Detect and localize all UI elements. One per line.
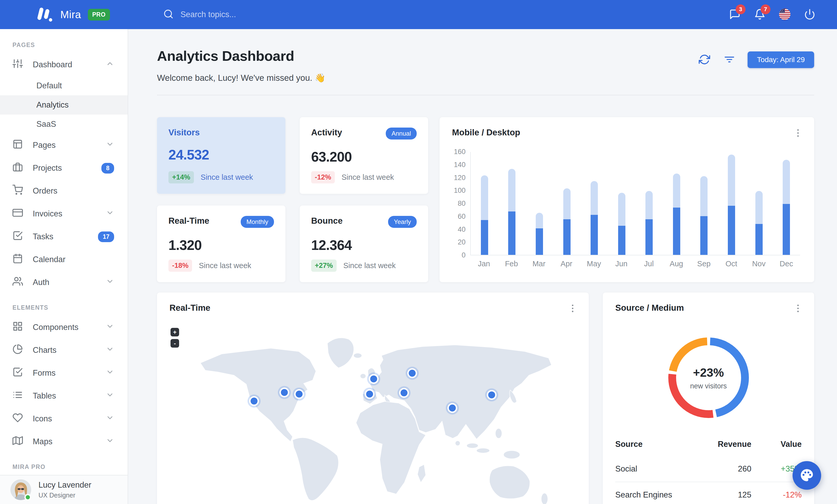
sidebar-item-label: Auth — [33, 278, 106, 287]
x-axis-label: Apr — [553, 260, 580, 268]
sidebar-item-components[interactable]: Components — [0, 316, 128, 339]
date-range-button[interactable]: Today: April 29 — [748, 52, 814, 68]
map-zoom-in-button[interactable]: + — [171, 328, 179, 336]
sidebar-item-label: Icons — [33, 414, 106, 424]
sidebar-item-tables[interactable]: Tables — [0, 385, 128, 407]
map-marker-california[interactable] — [247, 394, 261, 407]
mobile-segment — [508, 211, 515, 255]
sidebar-item-icons[interactable]: Icons — [0, 407, 128, 430]
sidebar-item-maps[interactable]: Maps — [0, 430, 128, 453]
chevron-down-icon — [106, 322, 114, 333]
map-marker-istanbul[interactable] — [397, 386, 410, 399]
donut-center-value: +23% — [693, 366, 724, 379]
sidebar-item-projects[interactable]: Projects8 — [0, 157, 128, 180]
chevron-down-icon — [106, 345, 114, 355]
brand[interactable]: Mira PRO — [36, 7, 110, 22]
more-vertical-icon — [793, 128, 803, 139]
x-axis-label: Nov — [745, 260, 773, 268]
bar-jul[interactable] — [645, 191, 653, 255]
stat-delta-badge: +14% — [168, 171, 194, 183]
mobile-segment — [481, 220, 488, 255]
x-axis-label: Jul — [635, 260, 663, 268]
bar-jun[interactable] — [618, 193, 625, 255]
x-axis-label: Mar — [526, 260, 553, 268]
sidebar-profile[interactable]: Lucy Lavender UX Designer — [0, 475, 128, 504]
map-marker-moscow[interactable] — [406, 367, 419, 379]
stat-card-header: ActivityAnnual — [311, 128, 417, 139]
shopping-cart-icon — [13, 185, 33, 197]
sidebar-item-pages[interactable]: Pages — [0, 134, 128, 157]
sidebar-item-auth[interactable]: Auth — [0, 271, 128, 294]
stat-card-header: Real-TimeMonthly — [168, 216, 274, 228]
mobile-segment — [728, 206, 735, 255]
refresh-button[interactable] — [698, 53, 711, 67]
bar-aug[interactable] — [673, 173, 680, 255]
stat-card-footer: -12%Since last week — [311, 171, 417, 183]
stat-card-value: 63.200 — [311, 149, 417, 165]
bar-feb[interactable] — [508, 169, 515, 255]
bar-mar[interactable] — [536, 213, 543, 255]
map-zoom-out-button[interactable]: - — [171, 339, 179, 348]
mobile-segment — [618, 226, 625, 255]
sidebar-item-tasks[interactable]: Tasks17 — [0, 225, 128, 248]
sidebar-item-forms[interactable]: Forms — [0, 362, 128, 385]
messages-button[interactable]: 3 — [728, 8, 741, 21]
palette-icon — [800, 468, 814, 483]
users-icon — [13, 276, 33, 288]
bar-slot — [581, 152, 608, 255]
language-flag-button[interactable] — [778, 8, 791, 21]
sidebar-subitem-default[interactable]: Default — [0, 76, 128, 95]
table-row[interactable]: Social260+35% — [615, 456, 802, 482]
bar-nov[interactable] — [755, 191, 763, 255]
mobile-segment — [755, 224, 763, 255]
card-menu-button[interactable] — [792, 128, 804, 139]
card-menu-button[interactable] — [567, 303, 578, 314]
map-marker-delhi[interactable] — [446, 402, 459, 414]
search-input[interactable] — [180, 10, 289, 19]
notifications-button[interactable]: 7 — [753, 8, 766, 21]
sidebar-subitem-saas[interactable]: SaaS — [0, 115, 128, 134]
realtime-map-card: Real-Time + - — [157, 293, 589, 504]
map-marker-new-york[interactable] — [293, 388, 306, 400]
sidebar-item-calendar[interactable]: Calendar — [0, 248, 128, 271]
stat-card-bounce: BounceYearly12.364+27%Since last week — [300, 205, 428, 282]
sidebar-item-dashboard[interactable]: Dashboard — [0, 53, 128, 76]
sign-out-button[interactable] — [803, 8, 816, 21]
sidebar-subitem-analytics[interactable]: Analytics — [0, 95, 128, 115]
bar-dec[interactable] — [783, 160, 790, 255]
filter-button[interactable] — [723, 53, 736, 67]
stacked-bar-chart: 020406080100120140160 JanFebMarAprMayJun… — [452, 152, 802, 274]
sidebar-item-orders[interactable]: Orders — [0, 180, 128, 202]
map-marker-madrid[interactable] — [363, 388, 376, 400]
bar-sep[interactable] — [700, 176, 708, 255]
stat-delta-badge: -12% — [311, 171, 335, 183]
x-axis-label: Oct — [718, 260, 745, 268]
bar-oct[interactable] — [728, 154, 735, 255]
map-marker-beijing[interactable] — [485, 388, 498, 402]
top-navbar: Mira PRO 3 7 — [0, 0, 837, 29]
sidebar-item-charts[interactable]: Charts — [0, 339, 128, 362]
map-marker-london[interactable] — [367, 372, 380, 385]
period-badge[interactable]: Monthly — [241, 216, 274, 228]
chevron-up-icon — [106, 59, 114, 70]
bar-jan[interactable] — [481, 175, 488, 255]
map-marker-chicago[interactable] — [278, 386, 291, 399]
chevron-down-icon — [106, 391, 114, 401]
period-badge[interactable]: Annual — [386, 128, 417, 139]
bar-apr[interactable] — [563, 188, 571, 255]
y-axis-tick: 100 — [454, 187, 466, 194]
theme-settings-fab[interactable] — [793, 461, 821, 490]
desktop-segment — [673, 173, 680, 208]
sidebar-item-invoices[interactable]: Invoices — [0, 202, 128, 225]
bar-may[interactable] — [591, 181, 598, 255]
mobile-segment — [563, 219, 571, 255]
sidebar-item-label: Forms — [33, 368, 106, 378]
desktop-segment — [536, 213, 543, 228]
briefcase-icon — [13, 162, 33, 174]
world-map[interactable] — [168, 314, 578, 504]
bar-slot — [663, 152, 690, 255]
card-menu-button[interactable] — [792, 303, 804, 314]
period-badge[interactable]: Yearly — [388, 216, 417, 228]
table-row[interactable]: Search Engines125-12% — [615, 482, 802, 504]
calendar-icon — [13, 253, 33, 266]
